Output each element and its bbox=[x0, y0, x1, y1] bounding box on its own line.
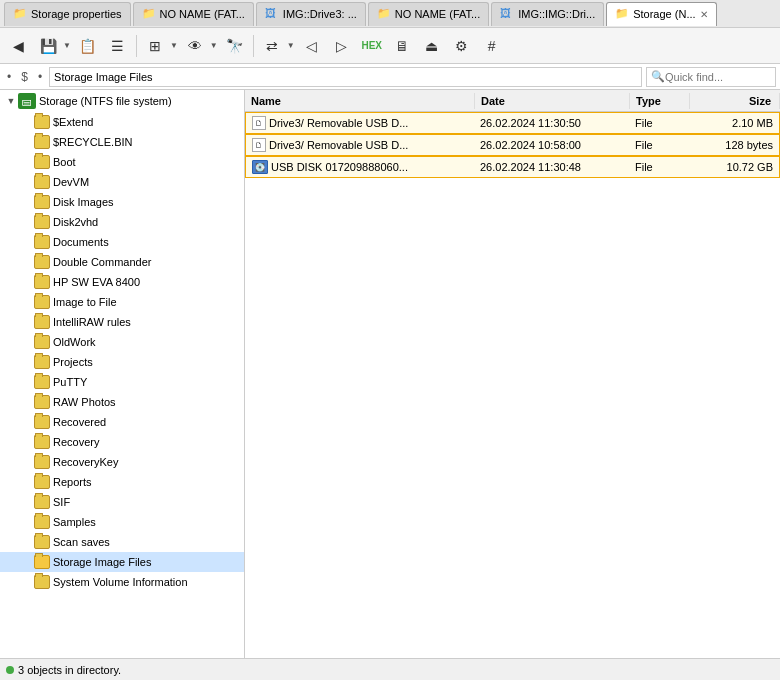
col-date-header[interactable]: Date bbox=[475, 93, 630, 109]
list-button[interactable]: ☰ bbox=[104, 32, 132, 60]
file-panel: Name Date Type Size 🗋Drive3/ Removable U… bbox=[245, 90, 780, 658]
tree-item[interactable]: DevVM bbox=[0, 172, 244, 192]
tree-panel[interactable]: ▼ 🖴 Storage (NTFS file system) $Extend$R… bbox=[0, 90, 245, 658]
tree-item[interactable]: RecoveryKey bbox=[0, 452, 244, 472]
tree-item-label: DevVM bbox=[53, 176, 89, 188]
folder-icon bbox=[34, 475, 50, 489]
tree-item-label: Recovered bbox=[53, 416, 106, 428]
tree-item-label: Disk Images bbox=[53, 196, 114, 208]
search-icon: 🔍 bbox=[651, 70, 665, 83]
folder-icon bbox=[34, 455, 50, 469]
table-row[interactable]: 🗋Drive3/ Removable USB D...26.02.2024 10… bbox=[245, 134, 780, 156]
img-icon: 🖼 bbox=[500, 7, 514, 21]
col-name-header[interactable]: Name bbox=[245, 93, 475, 109]
tree-item[interactable]: System Volume Information bbox=[0, 572, 244, 592]
tree-item[interactable]: Projects bbox=[0, 352, 244, 372]
tree-item[interactable]: RAW Photos bbox=[0, 392, 244, 412]
tree-item-label: Boot bbox=[53, 156, 76, 168]
tree-item[interactable]: Double Commander bbox=[0, 252, 244, 272]
tree-item[interactable]: Recovered bbox=[0, 412, 244, 432]
tree-item-label: Disk2vhd bbox=[53, 216, 98, 228]
save-arrow-button[interactable]: ▼ bbox=[62, 41, 72, 50]
table-row[interactable]: 🗋Drive3/ Removable USB D...26.02.2024 11… bbox=[245, 112, 780, 134]
tree-root[interactable]: ▼ 🖴 Storage (NTFS file system) bbox=[0, 90, 244, 112]
tab-storage-active[interactable]: 📁 Storage (N... ✕ bbox=[606, 2, 716, 26]
file-header: Name Date Type Size bbox=[245, 90, 780, 112]
next-button[interactable]: ▷ bbox=[328, 32, 356, 60]
tab-img-img-drive[interactable]: 🖼 IMG::IMG::Dri... bbox=[491, 2, 604, 26]
tree-item[interactable]: Storage Image Files bbox=[0, 552, 244, 572]
hex-button[interactable]: HEX bbox=[358, 32, 386, 60]
settings-button[interactable]: ⚙ bbox=[448, 32, 476, 60]
tree-item[interactable]: Disk Images bbox=[0, 192, 244, 212]
tree-item[interactable]: PuTTY bbox=[0, 372, 244, 392]
tab-no-name-2[interactable]: 📁 NO NAME (FAT... bbox=[368, 2, 489, 26]
toolbar: ◀ 💾 ▼ 📋 ☰ ⊞ ▼ 👁 ▼ 🔭 ⇄ ▼ ◁ ▷ HEX 🖥 ⏏ ⚙ # bbox=[0, 28, 780, 64]
file-list: 🗋Drive3/ Removable USB D...26.02.2024 11… bbox=[245, 112, 780, 658]
tree-item[interactable]: Reports bbox=[0, 472, 244, 492]
tree-item[interactable]: Recovery bbox=[0, 432, 244, 452]
path-field[interactable]: Storage Image Files bbox=[49, 67, 642, 87]
view-group: 👁 ▼ bbox=[181, 32, 219, 60]
align-button[interactable]: ⇄ bbox=[258, 32, 286, 60]
table-row[interactable]: 💽USB DISK 017209888060...26.02.2024 11:3… bbox=[245, 156, 780, 178]
align-arrow-button[interactable]: ▼ bbox=[286, 41, 296, 50]
folder-icon bbox=[34, 515, 50, 529]
folder-icon bbox=[34, 335, 50, 349]
status-indicator bbox=[6, 666, 14, 674]
file-icon: 🗋 bbox=[252, 138, 266, 152]
folder-icon bbox=[34, 195, 50, 209]
hash-button[interactable]: # bbox=[478, 32, 506, 60]
tree-item-label: $Extend bbox=[53, 116, 93, 128]
tree-item[interactable]: Image to File bbox=[0, 292, 244, 312]
dollar-icon: $ bbox=[18, 69, 31, 85]
search-input[interactable] bbox=[665, 71, 771, 83]
tree-item-label: SIF bbox=[53, 496, 70, 508]
folder-icon: 📁 bbox=[13, 7, 27, 21]
tree-item[interactable]: Documents bbox=[0, 232, 244, 252]
close-tab-button[interactable]: ✕ bbox=[700, 9, 708, 20]
view-arrow-button[interactable]: ▼ bbox=[209, 41, 219, 50]
file-date-cell: 26.02.2024 10:58:00 bbox=[474, 138, 629, 152]
back-button[interactable]: ◀ bbox=[4, 32, 32, 60]
tree-item[interactable]: $RECYCLE.BIN bbox=[0, 132, 244, 152]
folder-icon bbox=[34, 175, 50, 189]
tree-item[interactable]: $Extend bbox=[0, 112, 244, 132]
search-box[interactable]: 🔍 bbox=[646, 67, 776, 87]
tree-item-label: RecoveryKey bbox=[53, 456, 118, 468]
tree-item-label: RAW Photos bbox=[53, 396, 116, 408]
tree-item[interactable]: HP SW EVA 8400 bbox=[0, 272, 244, 292]
tree-item[interactable]: Scan saves bbox=[0, 532, 244, 552]
address-bar: • $ • Storage Image Files 🔍 bbox=[0, 64, 780, 90]
copy-button[interactable]: 📋 bbox=[74, 32, 102, 60]
root-expander[interactable]: ▼ bbox=[4, 96, 18, 106]
grid-button[interactable]: ⊞ bbox=[141, 32, 169, 60]
monitor-button[interactable]: 🖥 bbox=[388, 32, 416, 60]
save-button[interactable]: 💾 bbox=[34, 32, 62, 60]
tree-item[interactable]: Samples bbox=[0, 512, 244, 532]
tab-img-drive3[interactable]: 🖼 IMG::Drive3: ... bbox=[256, 2, 366, 26]
tree-item[interactable]: IntelliRAW rules bbox=[0, 312, 244, 332]
folder-icon bbox=[34, 135, 50, 149]
drive-icon: 🖴 bbox=[18, 93, 36, 109]
binoculars-button[interactable]: 🔭 bbox=[221, 32, 249, 60]
tree-item[interactable]: OldWork bbox=[0, 332, 244, 352]
tree-item[interactable]: Disk2vhd bbox=[0, 212, 244, 232]
tree-item[interactable]: SIF bbox=[0, 492, 244, 512]
tab-storage-properties[interactable]: 📁 Storage properties bbox=[4, 2, 131, 26]
tree-item[interactable]: Boot bbox=[0, 152, 244, 172]
separator-1 bbox=[136, 35, 137, 57]
tree-item-label: Reports bbox=[53, 476, 92, 488]
col-size-header[interactable]: Size bbox=[690, 93, 780, 109]
folder-icon bbox=[34, 275, 50, 289]
col-type-header[interactable]: Type bbox=[630, 93, 690, 109]
prev-button[interactable]: ◁ bbox=[298, 32, 326, 60]
view-button[interactable]: 👁 bbox=[181, 32, 209, 60]
folder-icon: 📁 bbox=[377, 7, 391, 21]
grid-arrow-button[interactable]: ▼ bbox=[169, 41, 179, 50]
folder-icon bbox=[34, 495, 50, 509]
folder-icon bbox=[34, 355, 50, 369]
tree-item-label: OldWork bbox=[53, 336, 96, 348]
eject-button[interactable]: ⏏ bbox=[418, 32, 446, 60]
tab-no-name-1[interactable]: 📁 NO NAME (FAT... bbox=[133, 2, 254, 26]
